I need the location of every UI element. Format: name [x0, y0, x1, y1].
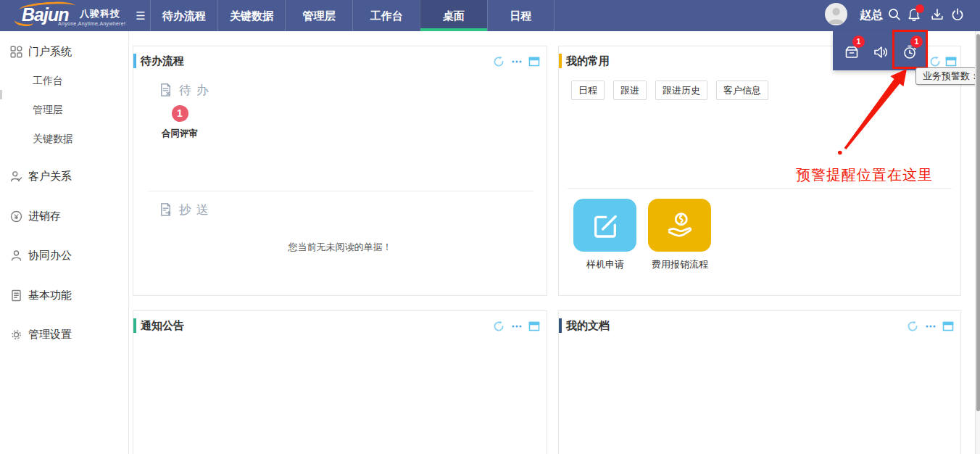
tab-management[interactable]: 管理层	[285, 0, 352, 31]
tab-desktop[interactable]: 桌面	[420, 0, 487, 31]
announce-speaker-icon[interactable]	[872, 44, 889, 61]
coin-icon	[10, 210, 22, 223]
filter-followup-button[interactable]: 跟进	[613, 81, 647, 100]
sidebar-item-settings[interactable]: 管理设置	[0, 320, 128, 349]
tab-workbench[interactable]: 工作台	[352, 0, 420, 31]
tab-schedule[interactable]: 日程	[487, 0, 555, 31]
card-accent-bar	[559, 318, 562, 333]
tab-key-data[interactable]: 关键数据	[217, 0, 285, 31]
app-tile-label[interactable]: 费用报销流程	[636, 258, 723, 271]
edit-square-icon	[591, 211, 620, 240]
refresh-icon[interactable]	[493, 56, 504, 67]
doc-todo-icon	[159, 83, 173, 97]
sidebar-item-management[interactable]: 管理层	[0, 96, 128, 125]
filter-schedule-button[interactable]: 日程	[571, 81, 605, 100]
sidebar-item-portal[interactable]: 门户系统	[0, 37, 128, 66]
filter-followup-history-button[interactable]: 跟进历史	[655, 81, 707, 100]
cc-empty-message: 您当前无未阅读的单据！	[133, 241, 547, 254]
hamburger-menu-icon[interactable]: ☰	[131, 0, 150, 31]
maximize-icon[interactable]	[528, 56, 540, 67]
gear-icon	[10, 329, 22, 341]
card-todo-flow: 待办流程 待办 1 合同评审 抄送 您当前无未阅读的单据！	[133, 46, 547, 296]
sidebar: 门户系统 工作台 管理层 关键数据 客户关系 进销存 协同办公 基本功能	[0, 31, 129, 454]
cc-section-header: 抄送	[159, 200, 214, 219]
card-title: 待办流程	[141, 54, 184, 68]
avatar[interactable]	[825, 3, 847, 25]
maximize-icon[interactable]	[942, 321, 954, 332]
scrollbar-thumb[interactable]	[976, 34, 980, 411]
section-divider	[568, 188, 952, 189]
doc-cc-icon	[159, 202, 173, 217]
sidebar-item-label: 关键数据	[33, 133, 73, 146]
tab-todo-flow[interactable]: 待办流程	[150, 0, 217, 31]
tab-label: 关键数据	[230, 9, 273, 22]
brand-name-cn: 八骏科技	[80, 7, 120, 20]
app-tile-sample-request[interactable]	[573, 199, 636, 252]
tab-label: 桌面	[443, 9, 465, 22]
brand-logo[interactable]: Bajun 八骏科技 Anyone,Anytime,Anywhere!	[10, 1, 130, 30]
todo-section-header: 待办	[159, 81, 214, 99]
top-navbar: Bajun 八骏科技 Anyone,Anytime,Anywhere! ☰ 待办…	[0, 0, 980, 31]
tab-label: 待办流程	[162, 9, 206, 22]
maximize-icon[interactable]	[528, 321, 540, 332]
card-docs: 我的文档	[558, 310, 961, 454]
maximize-icon[interactable]	[945, 56, 957, 67]
sidebar-item-label: 管理层	[33, 104, 63, 117]
sidebar-item-label: 客户关系	[28, 170, 72, 183]
sidebar-item-label: 工作台	[33, 75, 63, 88]
power-icon[interactable]	[950, 7, 965, 22]
brand-tagline: Anyone,Anytime,Anywhere!	[58, 21, 125, 26]
sidebar-item-label: 进销存	[28, 210, 61, 223]
annotation-highlight-box	[892, 30, 928, 69]
customer-check-icon	[10, 170, 22, 183]
sidebar-item-basic[interactable]: 基本功能	[0, 281, 128, 310]
todo-item-group[interactable]: 1 合同评审	[155, 105, 204, 140]
refresh-icon[interactable]	[907, 321, 918, 332]
card-title: 通知公告	[141, 319, 184, 333]
sidebar-item-label: 门户系统	[28, 45, 72, 59]
app-tile-expense-flow[interactable]	[648, 199, 711, 252]
more-ellipsis-icon[interactable]	[511, 56, 523, 67]
apps-grid-icon	[10, 46, 22, 58]
document-icon	[10, 289, 22, 302]
todo-count-badge: 1	[172, 105, 188, 122]
app-tile-label[interactable]: 样机申请	[562, 258, 649, 271]
sidebar-item-label: 管理设置	[28, 328, 72, 342]
tab-label: 工作台	[370, 9, 403, 22]
bell-notification-dot	[915, 4, 924, 13]
search-icon[interactable]	[887, 7, 902, 22]
alert-tooltip: 业务预警数：1	[915, 67, 980, 85]
page-scrollbar[interactable]	[975, 31, 980, 454]
tab-label: 日程	[510, 9, 532, 22]
sidebar-item-customer[interactable]: 客户关系	[0, 162, 128, 191]
sidebar-item-inventory[interactable]: 进销存	[0, 202, 128, 231]
filter-customer-info-button[interactable]: 客户信息	[716, 81, 768, 100]
sidebar-item-key-data[interactable]: 关键数据	[0, 125, 128, 154]
refresh-icon[interactable]	[929, 56, 941, 67]
refresh-icon[interactable]	[493, 321, 504, 332]
approval-badge: 1	[852, 36, 865, 48]
sidebar-item-workbench[interactable]: 工作台	[0, 67, 128, 96]
favorites-filters: 日程 跟进 跟进历史 客户信息	[571, 81, 777, 100]
more-ellipsis-icon[interactable]	[925, 321, 937, 332]
more-ellipsis-icon[interactable]	[511, 321, 523, 332]
tab-label: 管理层	[303, 9, 336, 22]
card-accent-bar	[133, 318, 136, 333]
download-icon[interactable]	[930, 7, 944, 22]
card-title: 我的常用	[566, 54, 610, 68]
annotation-text: 预警提醒位置在这里	[796, 165, 933, 185]
person-icon	[10, 249, 22, 262]
active-tab-underline	[420, 28, 487, 31]
todo-section-label: 待办	[179, 82, 214, 99]
user-name[interactable]: 赵总	[860, 8, 883, 23]
hand-dollar-icon	[665, 210, 695, 241]
nav-tabs: 待办流程 关键数据 管理层 工作台 桌面 日程	[150, 0, 555, 31]
sidebar-item-label: 基本功能	[28, 289, 72, 302]
todo-item-label: 合同评审	[155, 128, 204, 140]
sidebar-item-label: 协同办公	[28, 249, 72, 263]
card-accent-bar	[133, 54, 136, 68]
card-accent-bar	[559, 54, 562, 68]
card-title: 我的文档	[566, 319, 610, 333]
sidebar-item-collaboration[interactable]: 协同办公	[0, 241, 128, 270]
section-divider	[148, 191, 533, 191]
